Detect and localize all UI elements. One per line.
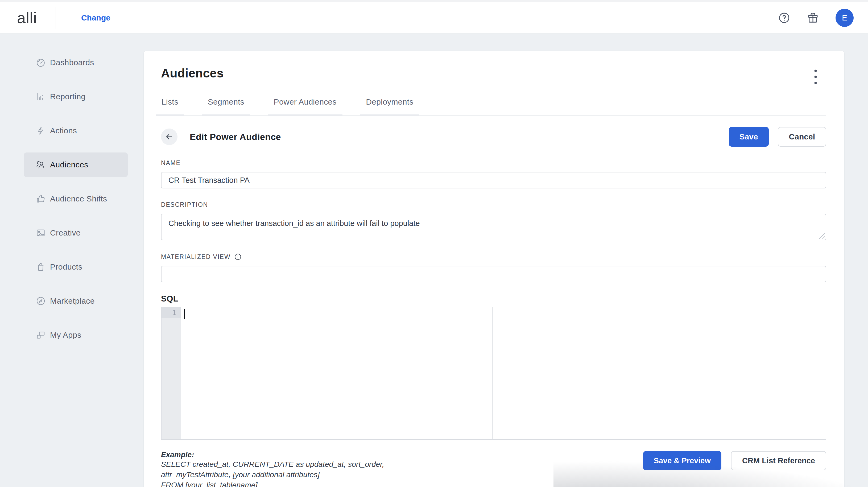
page-title: Audiences bbox=[161, 51, 826, 80]
editor-footer: Example: SELECT created_at, CURRENT_DATE… bbox=[161, 451, 826, 487]
sql-code-editor[interactable]: 1 bbox=[161, 307, 826, 440]
tab-power-audiences[interactable]: Power Audiences bbox=[268, 97, 342, 116]
edit-header: Edit Power Audience Save Cancel bbox=[161, 127, 826, 147]
crm-list-reference-button[interactable]: CRM List Reference bbox=[731, 451, 826, 470]
people-icon bbox=[36, 160, 46, 170]
subpage-title: Edit Power Audience bbox=[190, 132, 281, 142]
sql-label: SQL bbox=[161, 294, 826, 304]
tab-bar: Lists Segments Power Audiences Deploymen… bbox=[161, 97, 826, 116]
materialized-view-label: MATERIALIZED VIEW bbox=[161, 253, 826, 261]
sidebar-item-products[interactable]: Products bbox=[24, 255, 128, 279]
topbar-right: E bbox=[778, 9, 854, 27]
sidebar-item-label: My Apps bbox=[50, 331, 82, 340]
info-icon[interactable] bbox=[234, 253, 242, 261]
sql-example: Example: SELECT created_at, CURRENT_DATE… bbox=[161, 451, 643, 487]
sidebar-item-marketplace[interactable]: Marketplace bbox=[24, 289, 128, 313]
description-textarea[interactable]: Checking to see whether transaction_id a… bbox=[161, 214, 826, 240]
arrow-left-icon bbox=[165, 132, 174, 141]
tab-lists[interactable]: Lists bbox=[156, 97, 184, 116]
overflow-menu-button[interactable] bbox=[810, 68, 822, 86]
sidebar-item-audiences[interactable]: Audiences bbox=[24, 152, 128, 177]
sidebar-item-label: Products bbox=[50, 263, 83, 271]
apps-icon bbox=[36, 330, 46, 340]
sidebar-item-dashboards[interactable]: Dashboards bbox=[24, 50, 128, 75]
sidebar-item-label: Marketplace bbox=[50, 297, 95, 305]
user-avatar[interactable]: E bbox=[836, 9, 854, 27]
save-button[interactable]: Save bbox=[729, 127, 769, 147]
tab-deployments[interactable]: Deployments bbox=[360, 97, 419, 116]
header-actions: Save Cancel bbox=[729, 127, 826, 147]
gift-icon bbox=[807, 12, 819, 24]
window-top-strip bbox=[0, 0, 868, 2]
materialized-view-label-text: MATERIALIZED VIEW bbox=[161, 253, 230, 261]
example-line: FROM [your_list_tablename] bbox=[161, 480, 643, 487]
sidebar-item-label: Audience Shifts bbox=[50, 194, 107, 203]
image-icon bbox=[36, 228, 46, 238]
sidebar-item-creative[interactable]: Creative bbox=[24, 221, 128, 245]
gauge-icon bbox=[36, 58, 46, 68]
name-input[interactable] bbox=[161, 172, 826, 188]
tab-segments[interactable]: Segments bbox=[202, 97, 250, 116]
name-label: NAME bbox=[161, 159, 826, 166]
description-label: DESCRIPTION bbox=[161, 201, 826, 208]
sidebar-item-label: Reporting bbox=[50, 92, 86, 101]
text-cursor bbox=[184, 309, 185, 319]
example-heading: Example: bbox=[161, 451, 643, 459]
topbar: alli Change E bbox=[0, 2, 868, 33]
help-button[interactable] bbox=[778, 12, 790, 24]
cancel-button[interactable]: Cancel bbox=[778, 127, 826, 147]
sidebar-item-label: Actions bbox=[50, 126, 77, 135]
back-button[interactable] bbox=[161, 128, 178, 145]
nav-change-link[interactable]: Change bbox=[81, 13, 111, 22]
sidebar-item-label: Audiences bbox=[50, 160, 88, 169]
sidebar-item-reporting[interactable]: Reporting bbox=[24, 84, 128, 109]
kebab-icon bbox=[810, 69, 822, 85]
sidebar-item-actions[interactable]: Actions bbox=[24, 118, 128, 143]
lightning-icon bbox=[36, 126, 46, 136]
help-icon bbox=[778, 12, 790, 24]
topbar-divider bbox=[56, 7, 56, 29]
shopping-bag-icon bbox=[36, 262, 46, 272]
bar-chart-icon bbox=[36, 92, 46, 102]
compass-icon bbox=[36, 296, 46, 306]
description-wrap: Checking to see whether transaction_id a… bbox=[161, 214, 826, 240]
print-margin-line bbox=[492, 307, 493, 439]
audiences-card: Audiences Lists Segments Power Audiences… bbox=[144, 51, 844, 487]
materialized-view-input[interactable] bbox=[161, 266, 826, 282]
sql-editor-gutter: 1 bbox=[161, 307, 181, 439]
sidebar-item-my-apps[interactable]: My Apps bbox=[24, 323, 128, 347]
sql-line-number: 1 bbox=[161, 307, 181, 318]
footer-actions: Save & Preview CRM List Reference bbox=[643, 451, 826, 470]
sidebar-item-label: Creative bbox=[50, 228, 81, 237]
app-logo[interactable]: alli bbox=[17, 9, 37, 27]
rewards-button[interactable] bbox=[807, 12, 819, 24]
sidebar-item-audience-shifts[interactable]: Audience Shifts bbox=[24, 187, 128, 211]
example-line: SELECT created_at, CURRENT_DATE as updat… bbox=[161, 459, 643, 469]
example-line: attr_myTestAttribute, [your additional a… bbox=[161, 469, 643, 480]
sidebar-item-label: Dashboards bbox=[50, 58, 94, 67]
thumbs-up-icon bbox=[36, 194, 46, 204]
sidebar: Dashboards Reporting Actions bbox=[0, 33, 144, 357]
save-preview-button[interactable]: Save & Preview bbox=[643, 451, 721, 470]
